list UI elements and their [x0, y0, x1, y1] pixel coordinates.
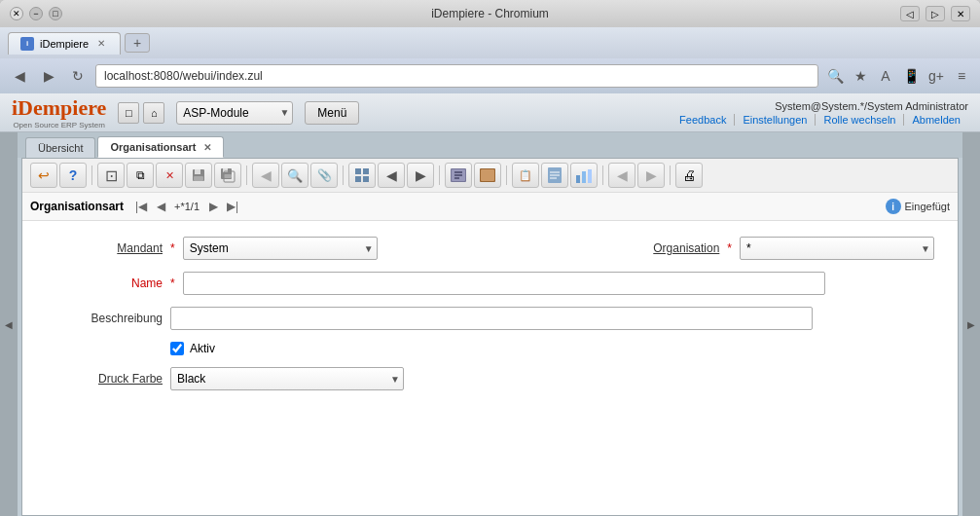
win-ctrl-1[interactable]: ◁ [900, 6, 920, 21]
maximize-button[interactable]: □ [49, 7, 62, 20]
org-label: Organisation [653, 241, 719, 255]
logo-image: iDempiere Open Source ERP System [12, 95, 106, 130]
menu-button[interactable]: Menü [305, 101, 359, 125]
mandant-select[interactable]: System [183, 237, 378, 260]
menu-icon[interactable]: ≡ [951, 65, 972, 87]
home-btn[interactable]: ⌂ [143, 102, 164, 124]
name-input[interactable] [183, 272, 825, 295]
beschreibung-row: Beschreibung [46, 307, 934, 330]
toolbar-savecopy-btn[interactable] [214, 163, 241, 188]
back-button[interactable]: ◀ [8, 64, 31, 88]
bookmark-icon[interactable]: ★ [850, 65, 871, 87]
aktiv-label: Aktiv [190, 342, 215, 355]
toolbar-prev2-btn[interactable]: ◀ [378, 163, 405, 188]
toolbar-report3-btn[interactable] [570, 163, 598, 188]
app-logo: iDempiere Open Source ERP System [12, 95, 106, 130]
toolbar-prev3-btn[interactable]: ◀ [608, 163, 635, 188]
svg-rect-5 [224, 174, 232, 178]
toolbar-copy-btn[interactable]: ⧉ [127, 163, 154, 188]
tab-orgtype[interactable]: Organisationsart ✕ [97, 136, 223, 158]
browser-tab-bar: i iDempiere ✕ + [0, 27, 980, 58]
aktiv-row: Aktiv [46, 342, 934, 355]
svg-rect-17 [481, 169, 494, 181]
zoom-icon[interactable]: 🔍 [824, 65, 846, 87]
role-switch-link[interactable]: Rolle wechseln [816, 114, 904, 126]
win-ctrl-3[interactable]: ✕ [951, 6, 970, 21]
toolbar-attach-btn[interactable]: 📎 [310, 163, 338, 188]
druck-farbe-label: Druck Farbe [46, 372, 163, 386]
toolbar-report1-btn[interactable]: 📋 [512, 163, 539, 188]
toolbar-print-btn[interactable]: 🖨 [675, 163, 703, 188]
logout-link[interactable]: Abmelden [904, 114, 968, 126]
forward-button[interactable]: ▶ [37, 64, 60, 88]
name-label: Name [46, 276, 163, 290]
org-select[interactable]: * [740, 237, 934, 260]
org-select-wrapper: * ▼ [740, 237, 934, 260]
app-header: iDempiere Open Source ERP System □ ⌂ ASP… [0, 93, 980, 132]
module-select[interactable]: ASP-Module [176, 101, 293, 125]
tab-orgtype-close[interactable]: ✕ [203, 142, 211, 153]
mobile-icon[interactable]: 📱 [900, 65, 922, 87]
tab-content: ↩ ? ⊡ ⧉ ✕ ◀ 🔍 [21, 158, 959, 516]
mandant-required-star: * [170, 241, 175, 255]
toolbar-help-btn[interactable]: ? [59, 163, 87, 188]
feedback-link[interactable]: Feedback [671, 114, 735, 126]
aktiv-checkbox[interactable] [170, 342, 184, 355]
new-window-btn[interactable]: □ [118, 102, 139, 124]
toolbar-report2-btn[interactable] [541, 163, 568, 188]
toolbar-grid-btn[interactable] [348, 163, 376, 188]
url-bar[interactable]: localhost:8080/webui/index.zul [95, 64, 818, 88]
druck-farbe-select[interactable]: Black Blue Red Green Gray White [170, 367, 404, 390]
header-links: Feedback Einstellungen Rolle wechseln Ab… [671, 114, 968, 126]
name-row: Name * [46, 272, 934, 295]
toolbar-detail2-btn[interactable] [474, 163, 501, 188]
svg-rect-1 [195, 169, 200, 174]
svg-rect-23 [582, 171, 586, 183]
name-required-star: * [170, 276, 175, 290]
close-button[interactable]: ✕ [10, 7, 23, 20]
toolbar-sep-2 [246, 166, 247, 185]
toolbar-new-btn[interactable]: ⊡ [97, 163, 125, 188]
toolbar-next3-btn[interactable]: ▶ [637, 163, 665, 188]
beschreibung-input[interactable] [170, 307, 813, 330]
toolbar-delete-btn[interactable]: ✕ [156, 163, 183, 188]
reload-button[interactable]: ↻ [66, 64, 90, 88]
plus-icon[interactable]: g+ [926, 65, 947, 87]
browser-tab[interactable]: i iDempiere ✕ [8, 32, 121, 55]
nav-next-btn[interactable]: ▶ [203, 197, 223, 216]
nav-last-btn[interactable]: ▶| [223, 197, 242, 216]
toolbar-sep-7 [670, 166, 671, 185]
right-sidebar-toggle[interactable]: ▶ [962, 132, 980, 516]
toolbar-next2-btn[interactable]: ▶ [407, 163, 434, 188]
user-info: System@System.*/System Administrator [775, 100, 968, 112]
toolbar-detail1-btn[interactable] [445, 163, 472, 188]
druck-farbe-row: Druck Farbe Black Blue Red Green Gray Wh… [46, 367, 934, 390]
inserted-badge: i Eingefügt [886, 199, 950, 214]
address-bar: ◀ ▶ ↻ localhost:8080/webui/index.zul 🔍 ★… [0, 58, 980, 93]
toolbar-search-btn[interactable]: 🔍 [281, 163, 309, 188]
toolbar-undo-btn[interactable]: ↩ [30, 163, 57, 188]
org-required-star: * [727, 241, 732, 255]
nav-prev-btn[interactable]: ◀ [151, 197, 170, 216]
title-bar: ✕ − □ iDempiere - Chromium ◁ ▷ ✕ [0, 0, 980, 27]
window-control-buttons[interactable]: ✕ − □ [10, 7, 62, 20]
svg-rect-8 [363, 168, 369, 174]
tab-close-button[interactable]: ✕ [94, 37, 108, 51]
settings-link[interactable]: Einstellungen [735, 114, 816, 126]
toolbar-save-btn[interactable] [185, 163, 212, 188]
nav-first-btn[interactable]: |◀ [131, 197, 151, 216]
form-body: Mandant * System ▼ Organisation * [22, 221, 958, 406]
translate-icon[interactable]: A [875, 65, 896, 87]
mandant-org-row: Mandant * System ▼ Organisation * [46, 237, 934, 260]
minimize-button[interactable]: − [29, 7, 43, 20]
svg-rect-22 [576, 175, 580, 183]
toolbar-prev-btn[interactable]: ◀ [252, 163, 279, 188]
toolbar-sep-6 [602, 166, 603, 185]
new-tab-button[interactable]: + [125, 33, 150, 53]
content-area: ◀ Übersicht Organisationsart ✕ ↩ [0, 132, 980, 516]
left-sidebar-toggle[interactable]: ◀ [0, 132, 18, 516]
win-ctrl-2[interactable]: ▷ [926, 6, 945, 21]
extra-window-controls[interactable]: ◁ ▷ ✕ [900, 6, 970, 21]
inserted-text: Eingefügt [905, 201, 950, 212]
tab-overview[interactable]: Übersicht [25, 137, 95, 158]
